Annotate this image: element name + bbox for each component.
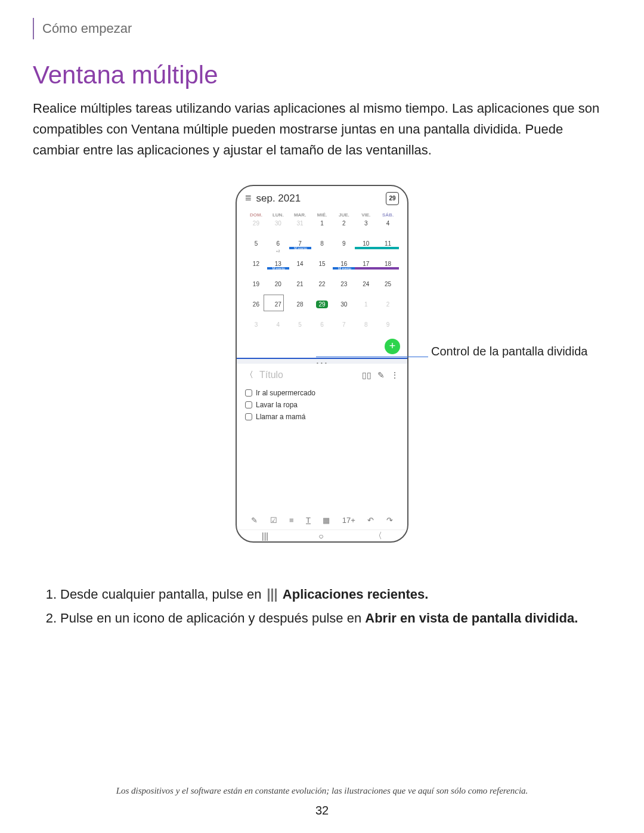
- date-cell[interactable]: 23: [333, 281, 355, 287]
- date-cell[interactable]: 5: [245, 240, 267, 247]
- note-title-input[interactable]: Título: [259, 370, 356, 380]
- date-cell[interactable]: 25: [377, 281, 399, 287]
- date-cell[interactable]: 6 +2: [267, 240, 289, 253]
- checklist-item-text: Lavar la ropa: [256, 401, 298, 409]
- date-cell[interactable]: 6: [311, 321, 333, 328]
- date-cell[interactable]: 8: [355, 321, 377, 328]
- date-cell[interactable]: 30: [267, 220, 289, 227]
- event-bar: Mi evento: [267, 267, 289, 270]
- notes-toolbar: ✎ ☑ ≡ T ▦ 17+ ↶ ↷: [245, 513, 399, 527]
- date-cell[interactable]: 3: [245, 321, 267, 328]
- date-cell[interactable]: 11: [377, 240, 399, 247]
- hamburger-icon[interactable]: ≡: [245, 192, 252, 205]
- toolbar-redo-icon[interactable]: ↷: [386, 516, 393, 525]
- attach-icon[interactable]: ✎: [377, 370, 385, 380]
- day-label: MIÉ.: [311, 212, 333, 218]
- calendar-month-label[interactable]: sep. 2021: [256, 193, 386, 205]
- footer-note: Los dispositivos y el software están en …: [0, 786, 644, 796]
- checklist-item[interactable]: Ir al supermercado: [245, 389, 399, 397]
- intro-paragraph: Realice múltiples tareas utilizando vari…: [33, 98, 611, 161]
- date-cell[interactable]: 21: [289, 281, 311, 287]
- split-screen-control[interactable]: • • •: [237, 358, 407, 364]
- calendar-app: ≡ sep. 2021 29 DOM. LUN. MAR. MIÉ. JUE. …: [237, 186, 407, 358]
- day-label: JUE.: [333, 212, 355, 218]
- event-bar: [377, 247, 399, 249]
- date-cell[interactable]: 1: [311, 220, 333, 227]
- date-cell[interactable]: 3: [355, 220, 377, 227]
- event-bar: [377, 267, 399, 270]
- date-cell[interactable]: 28: [289, 301, 311, 308]
- checkbox-icon[interactable]: [245, 389, 252, 397]
- date-cell[interactable]: 12: [245, 261, 267, 267]
- toolbar-undo-icon[interactable]: ↶: [367, 516, 374, 525]
- date-cell[interactable]: 9: [333, 240, 355, 247]
- event-bar: [355, 247, 377, 249]
- date-cell[interactable]: 17: [355, 261, 377, 267]
- date-cell[interactable]: 2: [377, 301, 399, 308]
- date-cell[interactable]: 7 Mi evento: [289, 240, 311, 247]
- date-cell[interactable]: 24: [355, 281, 377, 287]
- date-cell[interactable]: 2: [333, 220, 355, 227]
- date-cell[interactable]: 15: [311, 261, 333, 267]
- toolbar-draw-icon[interactable]: ✎: [251, 516, 258, 525]
- date-cell[interactable]: 14: [289, 261, 311, 267]
- add-event-fab[interactable]: +: [385, 339, 400, 354]
- toolbar-checkbox-icon[interactable]: ☑: [270, 516, 277, 525]
- back-icon[interactable]: 〈: [245, 370, 253, 380]
- event-bar: Mi evento: [289, 247, 311, 249]
- checklist-item-text: Llamar a mamá: [256, 413, 305, 421]
- step-item: Pulse en un icono de aplicación y despué…: [60, 608, 611, 628]
- date-cell[interactable]: 5: [289, 321, 311, 328]
- date-cell[interactable]: 1: [355, 301, 377, 308]
- android-nav-bar: ||| ○ 〈: [237, 529, 407, 543]
- date-cell[interactable]: 8: [311, 240, 333, 247]
- page-title: Ventana múltiple: [33, 61, 611, 89]
- recent-apps-icon: [268, 589, 277, 602]
- date-cell[interactable]: 20: [267, 281, 289, 287]
- event-bar: Mi evento: [333, 267, 355, 270]
- date-cell[interactable]: 7: [333, 321, 355, 328]
- page-number: 32: [0, 804, 644, 817]
- date-cell[interactable]: 30: [333, 301, 355, 308]
- phone-frame: ≡ sep. 2021 29 DOM. LUN. MAR. MIÉ. JUE. …: [236, 185, 408, 543]
- step-item: Desde cualquier pantalla, pulse en Aplic…: [60, 584, 611, 605]
- day-label: VIE.: [355, 212, 377, 218]
- date-cell[interactable]: 22: [311, 281, 333, 287]
- date-cell[interactable]: 4: [267, 321, 289, 328]
- today-icon[interactable]: 29: [386, 192, 399, 205]
- breadcrumb: Cómo empezar: [33, 18, 611, 39]
- checkbox-icon[interactable]: [245, 401, 252, 408]
- toolbar-text-icon[interactable]: T: [306, 516, 311, 525]
- date-cell[interactable]: 29: [245, 220, 267, 227]
- checklist-item[interactable]: Lavar la ropa: [245, 401, 399, 409]
- date-cell[interactable]: 13 Mi evento: [267, 261, 289, 267]
- day-label: MAR.: [289, 212, 311, 218]
- reader-icon[interactable]: ▯▯: [362, 370, 371, 380]
- toolbar-plus-label[interactable]: 17+: [342, 516, 355, 525]
- event-bar: [355, 267, 377, 270]
- date-cell[interactable]: 9: [377, 321, 399, 328]
- date-cell-today[interactable]: 29: [311, 301, 333, 308]
- nav-home-icon[interactable]: ○: [318, 531, 323, 541]
- toolbar-color-icon[interactable]: ▦: [323, 516, 330, 525]
- date-cell[interactable]: 19: [245, 281, 267, 287]
- date-cell[interactable]: 31: [289, 220, 311, 227]
- day-of-week-header: DOM. LUN. MAR. MIÉ. JUE. VIE. SÁB.: [245, 212, 399, 218]
- nav-back-icon[interactable]: 〈: [374, 531, 382, 541]
- date-cell[interactable]: 4: [377, 220, 399, 227]
- date-cell[interactable]: 10: [355, 240, 377, 247]
- date-cell[interactable]: 16 Mi evento: [333, 261, 355, 267]
- more-icon[interactable]: ⋮: [391, 370, 399, 380]
- checkbox-icon[interactable]: [245, 413, 252, 420]
- nav-recents-icon[interactable]: |||: [262, 531, 268, 541]
- toolbar-format-icon[interactable]: ≡: [289, 516, 294, 525]
- instruction-steps: Desde cualquier pantalla, pulse en Aplic…: [33, 584, 611, 628]
- callout-label: Control de la pantalla dividida: [431, 343, 587, 360]
- checklist: Ir al supermercado Lavar la ropa Llamar …: [245, 389, 399, 425]
- day-label: SÁB.: [377, 212, 399, 218]
- date-cell[interactable]: 18: [377, 261, 399, 267]
- callout-leader-line: [316, 357, 428, 357]
- day-label: DOM.: [245, 212, 267, 218]
- checklist-item[interactable]: Llamar a mamá: [245, 413, 399, 421]
- notes-app: 〈 Título ▯▯ ✎ ⋮ Ir al supermercado Lavar…: [237, 364, 407, 529]
